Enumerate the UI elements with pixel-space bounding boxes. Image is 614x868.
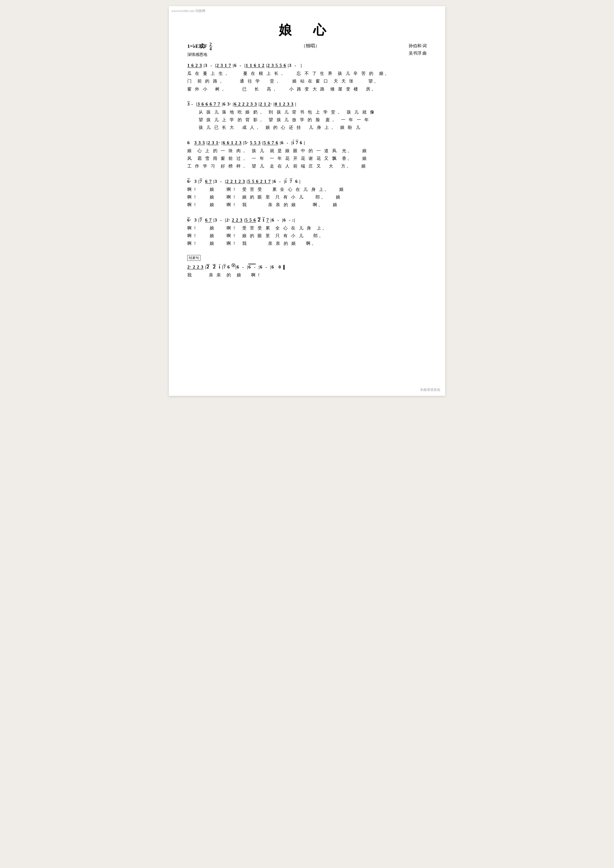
lyric-row-4-3: 啊！ 娘 啊！ 我 亲 亲 的 娘 啊。 娘	[187, 201, 427, 209]
lyric-row-1-1: 瓜 在 蔓 上 生， 蔓 在 根 上 长， 忘 不 了 生 养 孩 儿 辛 苦 …	[187, 70, 427, 78]
time-signature: 24	[209, 42, 213, 51]
lyric-row-3-1: 娘 心 上 的 一 块 肉， 孩 儿 就 是 娘 眼 中 的 一 道 风 光。 …	[187, 147, 427, 155]
notation-row-2: 3 - |3 6 6 6 7 7 |6 3· |6 2 2 2 3 3 |2 1…	[187, 100, 427, 108]
watermark-bottom: 本曲谱谱原创	[420, 388, 440, 392]
lyric-row-1-2: 门 前 的 路， 通 往 学 堂， 娘 站 在 窗 口 天 天 张 望。	[187, 78, 427, 85]
lyric-row-6-1: 我 亲 亲 的 娘 啊！	[187, 271, 427, 279]
key-tempo-area: 1=♭E或F 24 深情感恩地	[187, 42, 213, 60]
performance-type: （独唱）	[213, 42, 409, 49]
score-section-2: 3 - |3 6 6 6 7 7 |6 3· |6 2 2 2 3 3 |2 1…	[187, 100, 427, 132]
score-area: 1 6 2 3 |3 - |2 3 1 7 |6 - |1 1 6 1 2 |2…	[187, 62, 427, 279]
notation-row-5: 6· 3 |7 6 7 |3 - |2· 2 2 3 |5 5 6 2̇ 1 7…	[187, 216, 427, 224]
lyric-row-2-3: 孩 儿 已 长 大 成 人， 娘 的 心 还 挂 儿 身 上， 娘 盼 儿	[187, 124, 427, 131]
watermark-top: www.k1n68.com 词曲网	[171, 9, 205, 13]
notation-row-3: 6 3 3 3 |2 3 1· |6 6 1 2 3 |5· 5 5 3 |5 …	[187, 139, 427, 146]
score-section-6: 结束句 2· 2 2 3 |2̇ 2̇ i |7 6 ⓥ|6 - |6 - |6…	[187, 255, 427, 279]
page-title: 娘 心	[187, 22, 427, 39]
lyric-row-5-2: 啊！ 娘 啊！ 娘 的 眼 里 只 有 小 儿 郎。	[187, 232, 427, 240]
page: www.k1n68.com 词曲网 娘 心 1=♭E或F 24 深情感恩地 （独…	[169, 6, 445, 396]
tempo-marking: 深情感恩地	[187, 52, 213, 57]
notation-row-4: 6· 3 |7 6 7 |3 - |2 2 1 2 3 |5 5 6 2 1 7…	[187, 178, 427, 185]
composer-info: 孙伯和 词 吴书浮 曲	[409, 42, 427, 57]
score-section-4: 6· 3 |7 6 7 |3 - |2 2 1 2 3 |5 5 6 2 1 7…	[187, 178, 427, 209]
notation-row-6: 2· 2 2 3 |2̇ 2̇ i |7 6 ⓥ|6 - |6 - |6 - |…	[187, 263, 427, 271]
lyric-row-3-2: 风 霜 雪 雨 窗 前 过， 一 年 一 年 花 开 花 谢 花 又 飘 香。 …	[187, 155, 427, 162]
lyric-row-4-2: 啊！ 娘 啊！ 娘 的 眼 里 只 有 小 儿 郎。 娘	[187, 194, 427, 201]
score-section-5: 6· 3 |7 6 7 |3 - |2· 2 2 3 |5 5 6 2̇ 1 7…	[187, 216, 427, 248]
section-end-label: 结束句	[187, 255, 201, 261]
lyric-row-2-1: 从 孩 儿 落 地 吃 娘 奶， 到 孩 儿 背 书 包 上 学 堂， 孩 儿 …	[187, 108, 427, 116]
lyric-row-4-1: 啊！ 娘 啊！ 受 苦 受 累 全 心 在 儿 身 上。 娘	[187, 186, 427, 193]
score-section-1: 1 6 2 3 |3 - |2 3 1 7 |6 - |1 1 6 1 2 |2…	[187, 62, 427, 93]
lyric-row-3-3: 工 作 学 习 好 榜 样， 望 儿 走 在 人 前 端 庄 又 大 方。 娘	[187, 163, 427, 170]
lyric-row-5-3: 啊！ 娘 啊！ 我 亲 亲 的 娘 啊。	[187, 240, 427, 247]
lyric-row-1-3: 窗 外 小 树， 已 长 高， 小 路 变 大 路 矮 屋 变 楼 房。	[187, 85, 427, 93]
score-section-3: 6 3 3 3 |2 3 1· |6 6 1 2 3 |5· 5 5 3 |5 …	[187, 139, 427, 170]
lyric-row-5-1: 啊！ 娘 啊！ 受 苦 受 累 全 心 在 儿 身 上。	[187, 225, 427, 232]
lyric-row-2-2: 望 孩 儿 上 学 的 背 影， 望 孩 儿 放 学 的 脸 庞， 一 年 一 …	[187, 116, 427, 124]
key-signature: 1=♭E或F 24	[187, 42, 213, 51]
notation-row-1: 1 6 2 3 |3 - |2 3 1 7 |6 - |1 1 6 1 2 |2…	[187, 62, 427, 69]
